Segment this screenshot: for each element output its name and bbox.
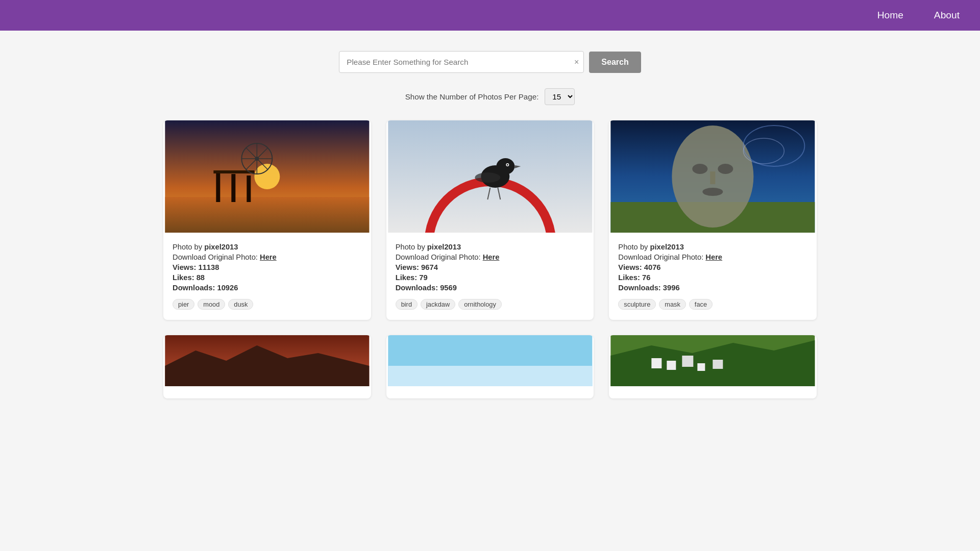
photo-tag: jackdaw xyxy=(421,299,455,310)
svg-rect-4 xyxy=(231,174,235,202)
svg-rect-38 xyxy=(652,358,662,368)
per-page-label: Show the Number of Photos Per Page: xyxy=(405,92,539,101)
photo-tag: dusk xyxy=(228,299,253,310)
photo-likes: Likes: 79 xyxy=(396,273,585,282)
photo-author: pixel2013 xyxy=(204,243,238,251)
photo-card-partial xyxy=(386,335,594,398)
photo-card: Photo by pixel2013 Download Original Pho… xyxy=(163,120,371,320)
photo-download-link[interactable]: Here xyxy=(483,253,500,261)
photo-download-line: Download Original Photo: Here xyxy=(618,253,807,261)
svg-point-29 xyxy=(703,188,723,196)
photo-author: pixel2013 xyxy=(427,243,461,251)
svg-rect-39 xyxy=(667,361,676,370)
photo-author-line: Photo by pixel2013 xyxy=(618,243,807,251)
photo-tags: birdjackdawornithology xyxy=(386,294,594,310)
svg-point-1 xyxy=(254,164,280,189)
photo-image-partial xyxy=(386,335,594,388)
photo-likes: Likes: 76 xyxy=(618,273,807,282)
photo-card-body: Photo by pixel2013 Download Original Pho… xyxy=(163,235,371,292)
photo-tag: ornithology xyxy=(458,299,502,310)
photo-download-line: Download Original Photo: Here xyxy=(173,253,362,261)
photo-download-line: Download Original Photo: Here xyxy=(396,253,585,261)
per-page-section: Show the Number of Photos Per Page: 5 10… xyxy=(163,88,817,105)
photo-card: Photo by pixel2013 Download Original Pho… xyxy=(609,120,817,320)
photo-image-partial xyxy=(609,335,817,388)
svg-rect-35 xyxy=(388,366,592,386)
svg-rect-42 xyxy=(713,360,723,369)
photo-views: Views: 4076 xyxy=(618,263,807,271)
svg-rect-28 xyxy=(710,171,716,184)
photo-card-body: Photo by pixel2013 Download Original Pho… xyxy=(386,235,594,292)
svg-point-22 xyxy=(475,172,500,183)
photo-tag: mood xyxy=(198,299,225,310)
photo-downloads: Downloads: 10926 xyxy=(173,284,362,292)
photo-author: pixel2013 xyxy=(650,243,684,251)
svg-rect-2 xyxy=(165,197,369,233)
photo-tags: sculpturemaskface xyxy=(609,294,817,310)
photo-card-partial xyxy=(163,335,371,398)
photo-download-link[interactable]: Here xyxy=(705,253,722,261)
photo-likes: Likes: 88 xyxy=(173,273,362,282)
photo-tag: sculpture xyxy=(618,299,656,310)
search-input-wrapper: × xyxy=(339,51,584,73)
photo-image xyxy=(609,120,817,235)
svg-point-16 xyxy=(496,158,514,174)
photo-views: Views: 11138 xyxy=(173,263,362,271)
svg-rect-3 xyxy=(216,171,220,202)
navbar: Home About xyxy=(0,0,980,31)
svg-point-27 xyxy=(718,164,733,174)
per-page-select[interactable]: 5 10 15 20 25 xyxy=(545,88,575,105)
photo-downloads: Downloads: 3996 xyxy=(618,284,807,292)
photo-tag: face xyxy=(689,299,713,310)
search-section: × Search xyxy=(163,51,817,73)
photo-card: Photo by pixel2013 Download Original Pho… xyxy=(386,120,594,320)
svg-rect-5 xyxy=(247,176,251,202)
photo-tag: bird xyxy=(396,299,418,310)
svg-point-26 xyxy=(693,164,708,174)
photo-grid: Photo by pixel2013 Download Original Pho… xyxy=(163,120,817,398)
photo-tags: piermooddusk xyxy=(163,294,371,310)
nav-home[interactable]: Home xyxy=(877,10,903,21)
photo-author-line: Photo by pixel2013 xyxy=(396,243,585,251)
nav-about[interactable]: About xyxy=(934,10,960,21)
photo-views: Views: 9674 xyxy=(396,263,585,271)
photo-downloads: Downloads: 9569 xyxy=(396,284,585,292)
search-button[interactable]: Search xyxy=(589,52,641,73)
photo-image xyxy=(163,120,371,235)
photo-image xyxy=(386,120,594,235)
photo-tag: pier xyxy=(173,299,194,310)
photo-card-body: Photo by pixel2013 Download Original Pho… xyxy=(609,235,817,292)
photo-image-partial xyxy=(163,335,371,388)
photo-download-link[interactable]: Here xyxy=(260,253,277,261)
svg-rect-40 xyxy=(682,356,694,367)
search-clear-button[interactable]: × xyxy=(574,58,579,67)
svg-point-19 xyxy=(506,164,508,166)
photo-author-line: Photo by pixel2013 xyxy=(173,243,362,251)
main-content: × Search Show the Number of Photos Per P… xyxy=(133,31,847,419)
photo-tag: mask xyxy=(659,299,686,310)
search-input[interactable] xyxy=(339,51,584,73)
photo-card-partial xyxy=(609,335,817,398)
svg-rect-41 xyxy=(698,363,705,371)
